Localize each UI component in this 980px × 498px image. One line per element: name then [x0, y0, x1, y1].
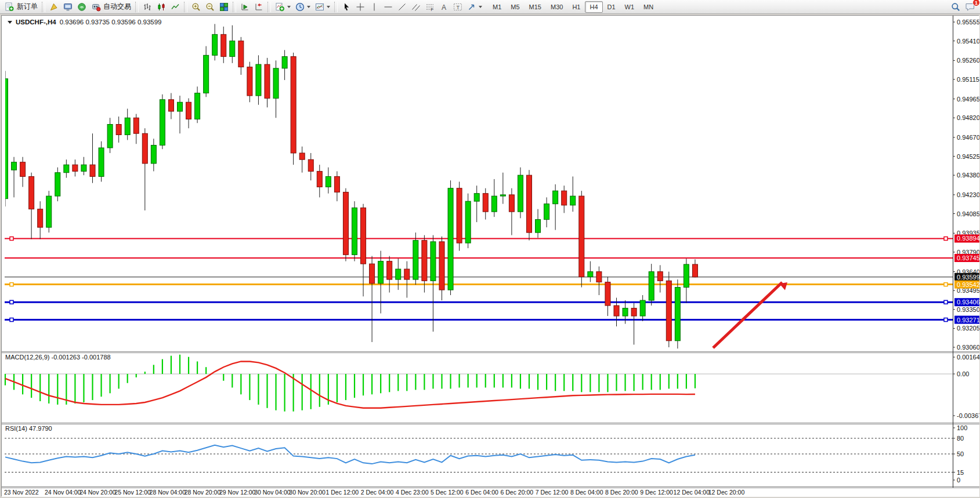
candle-bear [343, 192, 348, 255]
candle-bull [256, 64, 261, 96]
rsi-indicator-label: RSI(14) 47.9790 [5, 425, 52, 432]
hline-handle[interactable] [944, 283, 948, 286]
candle-bull [640, 300, 645, 316]
candle-bull [465, 201, 471, 243]
timeframe-h1[interactable]: H1 [567, 1, 585, 13]
templates-button[interactable] [313, 1, 332, 13]
signals-button[interactable] [75, 1, 89, 13]
toolbar-separator [42, 2, 45, 12]
trendline-button[interactable] [395, 1, 409, 13]
svg-text:0.93271: 0.93271 [957, 317, 979, 323]
timeframe-mn[interactable]: MN [639, 1, 658, 13]
dropdown-caret-icon [287, 6, 291, 8]
tile-windows-button[interactable] [217, 1, 231, 13]
candle-bull [151, 145, 156, 163]
candle-bear [370, 264, 375, 283]
notifications-button[interactable]: 1 [963, 1, 978, 13]
hline-handle[interactable] [944, 300, 948, 304]
periods-button[interactable] [293, 1, 313, 13]
robot-icon [91, 2, 101, 12]
candle-bear [142, 133, 147, 163]
cursor-button[interactable] [339, 1, 353, 13]
fibonacci-button[interactable]: F [423, 1, 437, 13]
zoom-out-button[interactable] [203, 1, 217, 13]
chart-bars-button[interactable] [140, 1, 154, 13]
time-label: 25 Nov 12:00 [114, 489, 151, 496]
toolbar-separator [334, 2, 338, 12]
candle-bull [64, 165, 69, 172]
hline-icon [384, 2, 393, 12]
text-label-button[interactable]: T [451, 1, 465, 13]
candle-bear [562, 191, 567, 205]
timeframe-m5[interactable]: M5 [506, 1, 524, 13]
candle-bull [431, 242, 436, 281]
time-label: 28 Nov 04:00 [150, 489, 186, 496]
hline-handle[interactable] [10, 283, 13, 286]
svg-text:0.95410: 0.95410 [957, 38, 979, 45]
hline-handle[interactable] [944, 318, 948, 322]
metaeditor-button[interactable] [47, 1, 61, 13]
svg-text:0.93894: 0.93894 [957, 235, 979, 242]
time-label: 29 Nov 12:00 [219, 489, 256, 496]
svg-text:0.94380: 0.94380 [957, 172, 979, 179]
hline-handle[interactable] [10, 300, 13, 304]
strategy-tester-button[interactable] [61, 1, 75, 13]
indicators-button[interactable] [273, 1, 293, 13]
candle-bear [186, 102, 191, 119]
timeframe-d1[interactable]: D1 [603, 1, 620, 13]
candle-bear [317, 171, 322, 187]
time-label: 6 Dec 20:00 [500, 489, 533, 496]
text-label-icon: T [453, 2, 462, 12]
chart-window: USDCHF-,H4 0.93696 0.93735 0.93596 0.935… [1, 15, 979, 496]
candle-bear [387, 261, 392, 279]
arrows-button[interactable] [465, 1, 484, 13]
vline-icon [370, 2, 379, 12]
notification-count-badge: 1 [972, 0, 980, 6]
timeframe-group: M1M5M15M30H1H4D1W1MN [488, 1, 658, 13]
candle-bull [352, 208, 357, 255]
candle-bull [195, 93, 200, 119]
search-button[interactable] [949, 1, 963, 13]
candle-bull [675, 288, 680, 341]
crosshair-icon [356, 2, 365, 12]
autotrading-button[interactable]: 自动交易 [89, 1, 133, 13]
svg-text:0.94085: 0.94085 [957, 210, 979, 217]
candle-bull [107, 125, 113, 148]
vline-button[interactable] [367, 1, 381, 13]
time-label: 1 Dec 12:00 [326, 489, 359, 496]
candle-bull [99, 148, 104, 176]
autotrading-button-label: 自动交易 [103, 2, 131, 12]
hline-handle[interactable] [10, 237, 13, 240]
hline-button[interactable] [381, 1, 395, 13]
timeframe-m30[interactable]: M30 [546, 1, 567, 13]
new-order-button[interactable]: 新订单 [2, 1, 40, 13]
candle-bear [596, 272, 602, 282]
autoscroll-button[interactable] [238, 1, 252, 13]
crosshair-button[interactable] [353, 1, 367, 13]
candle-bear [29, 176, 34, 209]
time-label: 24 Nov 04:00 [45, 489, 81, 496]
candle-bear [168, 100, 173, 111]
chart-title[interactable]: USDCHF-,H4 0.93696 0.93735 0.93596 0.935… [8, 19, 162, 26]
hline-handle[interactable] [10, 318, 13, 322]
svg-text:80: 80 [957, 435, 964, 442]
candle-bull [570, 196, 576, 205]
timeframe-m15[interactable]: M15 [525, 1, 546, 13]
channel-button[interactable] [409, 1, 423, 13]
timeframe-w1[interactable]: W1 [620, 1, 639, 13]
chart-line-button[interactable] [168, 1, 182, 13]
chart-canvas[interactable]: 0.955550.954100.952600.951150.949650.948… [2, 16, 979, 497]
candle-bear [90, 165, 95, 176]
timeframe-m1[interactable]: M1 [488, 1, 506, 13]
candle-bear [579, 196, 584, 277]
text-button[interactable]: A [437, 1, 451, 13]
shift-icon [254, 2, 263, 12]
svg-text:50: 50 [957, 450, 964, 457]
candle-bear [666, 281, 671, 340]
chart-shift-button[interactable] [252, 1, 266, 13]
hline-handle[interactable] [944, 237, 948, 240]
fibo-icon: F [425, 2, 435, 12]
timeframe-h4[interactable]: H4 [585, 1, 602, 13]
zoom-in-button[interactable] [189, 1, 203, 13]
chart-candles-button[interactable] [154, 1, 168, 13]
